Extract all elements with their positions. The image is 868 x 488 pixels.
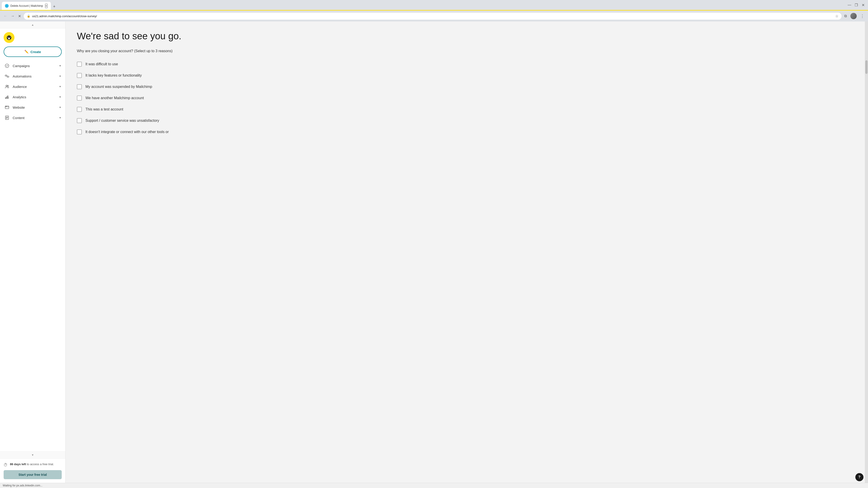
svg-rect-12 (7, 96, 8, 99)
svg-rect-6 (5, 75, 7, 76)
automations-label: Automations (13, 74, 31, 78)
checkbox-5[interactable] (77, 107, 82, 112)
website-icon (4, 105, 9, 110)
sidebar-item-automations[interactable]: Automations ▾ (0, 71, 65, 81)
checkbox-3[interactable] (77, 84, 82, 89)
browser-menu-button[interactable]: ⋮ (860, 13, 865, 20)
maximize-button[interactable]: ❐ (853, 2, 860, 8)
nav-item-left: Audience (4, 84, 27, 89)
nav-item-left: Website (4, 105, 25, 110)
sidebar-nav: Campaigns ▾ Automations ▾ (0, 59, 65, 451)
extensions-button[interactable]: ⧉ (843, 13, 848, 19)
checkbox-label-5: This was a test account (86, 107, 123, 111)
page-content: We're sad to see you go. Why are you clo… (66, 22, 269, 147)
clock-icon: ⏱ (4, 463, 8, 467)
checkbox-label-7: It doesn't integrate or connect with our… (86, 130, 169, 134)
browser-chrome: Delete Account | Mailchimp × + — ❐ ✕ ← →… (0, 0, 868, 22)
svg-point-16 (6, 106, 7, 107)
create-button[interactable]: ✏️ Create (4, 46, 62, 57)
svg-rect-7 (7, 76, 9, 77)
nav-item-left: Automations (4, 74, 31, 78)
back-button[interactable]: ← (3, 13, 8, 19)
close-window-button[interactable]: ✕ (860, 2, 866, 8)
close-tab-button[interactable]: × (45, 4, 48, 8)
campaigns-chevron: ▾ (59, 64, 61, 67)
nav-item-left: Analytics (4, 94, 26, 99)
checkbox-item-6[interactable]: Support / customer service was unsatisfa… (77, 115, 258, 126)
checkbox-list: It was difficult to use It lacks key fea… (77, 59, 258, 138)
main-content: We're sad to see you go. Why are you clo… (66, 22, 865, 483)
audience-label: Audience (13, 85, 27, 89)
checkbox-item-2[interactable]: It lacks key features or functionality (77, 70, 258, 81)
sidebar: ▲ ✏️ Create (0, 22, 66, 483)
scroll-down-button[interactable]: ▼ (1, 453, 64, 457)
content-chevron: ▾ (59, 116, 61, 119)
tab-bar: Delete Account | Mailchimp × + (0, 0, 59, 10)
analytics-label: Analytics (13, 95, 26, 99)
nav-item-left: Content (4, 115, 25, 120)
nav-item-left: Campaigns (4, 63, 30, 68)
new-tab-button[interactable]: + (51, 3, 57, 10)
tab-title: Delete Account | Mailchimp (10, 4, 43, 7)
address-bar[interactable]: 🔒 us21.admin.mailchimp.com/account/close… (24, 13, 842, 20)
svg-point-4 (8, 38, 10, 39)
sidebar-item-content[interactable]: Content ▾ (0, 112, 65, 123)
svg-point-3 (9, 37, 10, 38)
svg-rect-13 (8, 97, 9, 99)
bookmark-icon[interactable]: ☆ (835, 14, 838, 18)
checkbox-item-3[interactable]: My account was suspended by Mailchimp (77, 81, 258, 92)
forward-button[interactable]: → (10, 13, 16, 19)
analytics-chevron: ▾ (59, 95, 61, 98)
app-container: ▲ ✏️ Create (0, 22, 868, 483)
website-chevron: ▾ (59, 106, 61, 109)
help-button[interactable]: ? (855, 473, 864, 481)
status-bar: Waiting for px.ads.linkedin.com... (0, 483, 868, 488)
create-label: Create (31, 50, 41, 54)
scroll-up-button[interactable]: ▲ (1, 22, 64, 27)
analytics-icon (4, 94, 9, 99)
checkbox-item-5[interactable]: This was a test account (77, 104, 258, 115)
checkbox-label-2: It lacks key features or functionality (86, 73, 142, 77)
address-bar-row: ← → ✕ 🔒 us21.admin.mailchimp.com/account… (0, 11, 868, 22)
minimize-button[interactable]: — (846, 2, 852, 8)
checkbox-label-6: Support / customer service was unsatisfa… (86, 119, 159, 123)
tab-favicon (5, 4, 8, 8)
active-tab[interactable]: Delete Account | Mailchimp × (2, 2, 51, 10)
audience-icon (4, 84, 9, 89)
trial-notice: ⏱ 86 days left to access a free trial. (4, 462, 62, 467)
reload-button[interactable]: ✕ (17, 13, 22, 19)
page-title: We're sad to see you go. (77, 31, 258, 42)
checkbox-6[interactable] (77, 118, 82, 123)
avatar-image (850, 13, 857, 19)
sidebar-item-audience[interactable]: Audience ▾ (0, 81, 65, 92)
checkbox-label-1: It was difficult to use (86, 62, 118, 66)
start-trial-button[interactable]: Start your free trial (4, 470, 62, 479)
checkbox-2[interactable] (77, 73, 82, 78)
svg-point-9 (7, 86, 8, 87)
sidebar-item-analytics[interactable]: Analytics ▾ (0, 92, 65, 102)
automations-icon (4, 74, 9, 78)
sidebar-item-website[interactable]: Website ▾ (0, 102, 65, 112)
profile-button[interactable] (849, 12, 858, 20)
checkbox-item-7[interactable]: It doesn't integrate or connect with our… (77, 126, 258, 138)
pencil-icon: ✏️ (24, 50, 29, 54)
campaigns-icon (4, 63, 9, 68)
svg-rect-10 (5, 97, 6, 99)
checkbox-item-4[interactable]: We have another Mailchimp account (77, 92, 258, 104)
survey-question: Why are you closing your account? (Selec… (77, 49, 258, 53)
sidebar-item-campaigns[interactable]: Campaigns ▾ (0, 61, 65, 71)
scrollbar-thumb[interactable] (865, 60, 868, 74)
trial-text: 86 days left to access a free trial. (10, 462, 54, 466)
checkbox-7[interactable] (77, 129, 82, 134)
checkbox-1[interactable] (77, 62, 82, 67)
checkbox-item-1[interactable]: It was difficult to use (77, 59, 258, 70)
browser-actions: ⧉ ⋮ (843, 12, 865, 20)
scrollbar-right[interactable] (865, 22, 868, 483)
content-label: Content (13, 116, 25, 120)
content-icon (4, 115, 9, 120)
checkbox-4[interactable] (77, 96, 82, 101)
mailchimp-logo (4, 32, 14, 43)
campaigns-label: Campaigns (13, 64, 30, 68)
content-scroll-wrapper: We're sad to see you go. Why are you clo… (66, 22, 868, 483)
avatar (850, 13, 857, 19)
